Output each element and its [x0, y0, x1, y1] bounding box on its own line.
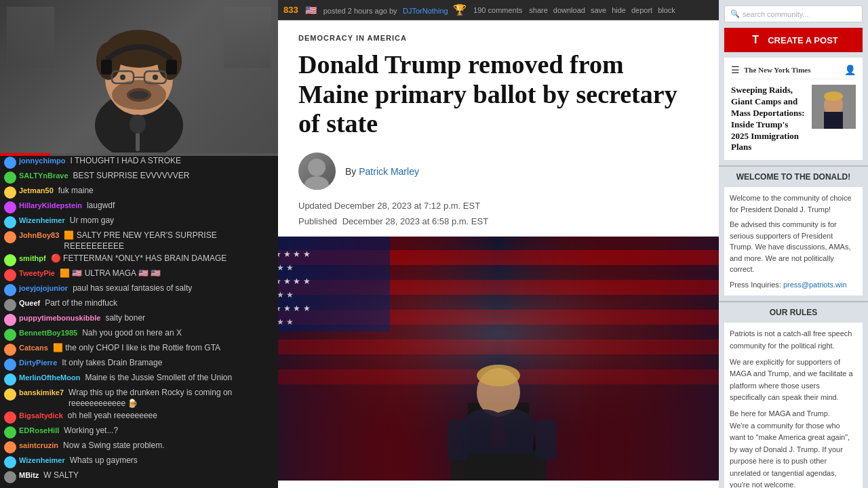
chat-text: BEST SURPRISE EVVVVVVER [73, 171, 190, 182]
by-label: By Patrick Marley [345, 166, 419, 177]
chat-text: oh hell yeah reeeeeeeee [68, 411, 157, 422]
chat-username[interactable]: JohnBoy83 [19, 230, 59, 240]
published-date: Published December 28, 2023 at 6:58 p.m.… [298, 214, 698, 229]
svg-point-17 [130, 115, 146, 134]
article-byline: By Patrick Marley [298, 152, 698, 190]
chat-message: joeyjojojuniorpaul has sexual fantasies … [4, 283, 274, 296]
chat-username[interactable]: MerlinOftheMoon [19, 373, 80, 382]
chat-message: SALTYnBraveBEST SURPRISE EVVVVVVER [4, 171, 274, 184]
chat-avatar [4, 284, 16, 296]
action-download[interactable]: download [553, 6, 585, 14]
chat-avatar [4, 471, 16, 483]
svg-rect-42 [278, 237, 719, 481]
video-progress-fill [0, 153, 50, 156]
nyt-article-card[interactable]: ☰ The New York Times 👤 Sweeping Raids, G… [724, 58, 863, 160]
chat-text: 🟧 SALTY PRE NEW YEAR'S SURPRISE REEEEEEE… [64, 230, 274, 251]
chat-username[interactable]: smithpf [19, 253, 46, 263]
chat-username[interactable]: BennettBoy1985 [19, 328, 77, 338]
welcome-title: WELCOME TO THE DONALD! [719, 165, 868, 187]
chat-username[interactable]: DirtyPierre [19, 358, 57, 367]
nyt-user-icon: 👤 [844, 64, 856, 75]
chat-username[interactable]: Wizenheimer [19, 216, 65, 225]
rule-3: Be here for MAGA and Trump.We're a commu… [730, 408, 857, 488]
chat-username[interactable]: MBitz [19, 470, 39, 480]
chat-text: W SALTY [43, 470, 79, 481]
streamer-figure [37, 0, 241, 152]
action-share[interactable]: share [529, 6, 548, 14]
search-bar[interactable]: 🔍 search community... [724, 5, 863, 22]
chat-username[interactable]: saintcruzin [19, 441, 58, 450]
svg-point-11 [153, 75, 158, 80]
chat-username[interactable]: TweetyPie [19, 268, 55, 278]
chat-avatar [4, 411, 16, 424]
action-deport[interactable]: deport [631, 6, 652, 14]
nyt-header: ☰ The New York Times 👤 [731, 64, 856, 79]
flag-background: ★ ★ ★ ★ ★ ★ ★ ★ ★ ★ ★ ★ ★ ★ ★ ★ ★ ★ ★ ★ … [278, 237, 719, 481]
chat-username[interactable]: banskimike7 [19, 388, 64, 397]
chat-username[interactable]: Queef [19, 298, 40, 308]
chat-message: smithpf🔴 FETTERMAN *ONLY* HAS BRAIN DAMA… [4, 253, 274, 266]
chat-avatar [4, 231, 16, 243]
chat-avatar [4, 299, 16, 311]
streamer-panel: trespintoTHURSDAY REEEEEEEEEEEjonnychimp… [0, 0, 278, 488]
action-block[interactable]: block [658, 6, 675, 14]
chat-message: BennettBoy1985Nah you good on here an X [4, 328, 274, 341]
chat-username[interactable]: HillaryKildepstein [19, 201, 82, 210]
chat-username[interactable]: puppytimebonuskibble [19, 313, 100, 323]
action-hide[interactable]: hide [612, 6, 626, 14]
published-label: Published [298, 216, 337, 226]
rules-text: Patriots is not a catch-all free speech … [724, 323, 863, 488]
chat-message: puppytimebonuskibblesalty boner [4, 313, 274, 326]
chat-message: WizenheimerUr mom gay [4, 216, 274, 228]
comments-count[interactable]: 190 comments [473, 6, 522, 14]
chat-username[interactable]: jonnychimpo [19, 156, 65, 165]
chat-text: Nah you good on here an X [82, 328, 182, 339]
chat-text: 🟧 the only CHOP I like is the Rottie fro… [53, 343, 220, 354]
svg-rect-46 [824, 112, 843, 129]
welcome-press: Press Inquiries: press@patriots.win [730, 279, 857, 291]
nyt-logo: The New York Times [744, 66, 811, 74]
sidebar: 🔍 search community... T CREATE A POST ☰ … [719, 0, 868, 488]
create-post-button[interactable]: T CREATE A POST [724, 28, 863, 52]
svg-rect-15 [166, 60, 177, 75]
chat-message: DirtyPierreIt only takes Drain Bramage [4, 358, 274, 371]
chat-message: Jetman50fuk maine [4, 186, 274, 199]
chat-avatar [4, 186, 16, 199]
chat-username[interactable]: Jetman50 [19, 186, 54, 195]
nyt-content: Sweeping Raids, Giant Camps and Mass Dep… [731, 85, 856, 153]
chat-avatar [4, 344, 16, 356]
chat-username[interactable]: Catcans [19, 343, 48, 352]
chat-avatar [4, 254, 16, 266]
svg-point-13 [130, 91, 149, 99]
chat-avatar [4, 441, 16, 453]
chat-username[interactable]: Bigsaltydick [19, 411, 63, 420]
chat-text: salty boner [105, 313, 145, 324]
poster-name[interactable]: DJTorNothing [403, 7, 448, 15]
article-dates: Updated December 28, 2023 at 7:12 p.m. E… [298, 198, 698, 230]
poster-badge: 🏆 [453, 4, 467, 16]
chat-avatar [4, 388, 16, 401]
chat-username[interactable]: Wizenheimer [19, 455, 65, 465]
search-icon: 🔍 [730, 9, 740, 18]
action-save[interactable]: save [591, 6, 606, 14]
chat-message: JohnBoy83🟧 SALTY PRE NEW YEAR'S SURPRISE… [4, 230, 274, 251]
chat-message: HillaryKildepsteinlaugwdf [4, 201, 274, 214]
svg-point-45 [824, 92, 843, 101]
chat-text: Part of the mindfuck [45, 298, 117, 309]
chat-area[interactable]: trespintoTHURSDAY REEEEEEEEEEEjonnychimp… [0, 156, 278, 488]
svg-point-18 [308, 159, 326, 176]
chat-message: Bigsaltydickoh hell yeah reeeeeeeee [4, 411, 274, 424]
chat-username[interactable]: SALTYnBrave [19, 171, 68, 180]
chat-username[interactable]: joeyjojojunior [19, 283, 68, 293]
article-title: Donald Trump removed from Maine primary … [298, 50, 698, 139]
chat-avatar [4, 373, 16, 386]
author-link[interactable]: Patrick Marley [359, 166, 419, 177]
chat-text: 🔴 FETTERMAN *ONLY* HAS BRAIN DAMAGE [51, 253, 226, 264]
chat-message: saintcruzinNow a Swing state problem. [4, 441, 274, 453]
press-email[interactable]: press@patriots.win [783, 281, 847, 289]
chat-avatar [4, 201, 16, 214]
video-progress-bar[interactable] [0, 153, 278, 156]
chat-username[interactable]: EDRoseHill [19, 426, 59, 435]
chat-message: QueefPart of the mindfuck [4, 298, 274, 311]
chat-text: laugwdf [87, 201, 115, 211]
